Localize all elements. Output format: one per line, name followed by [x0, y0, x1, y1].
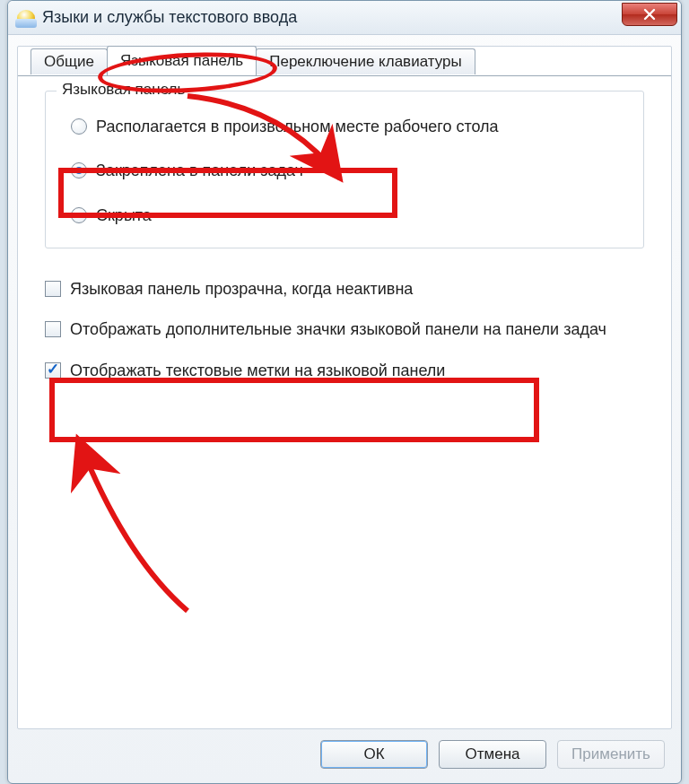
close-icon	[643, 8, 656, 21]
app-icon	[17, 10, 35, 26]
checkbox-extra-icons[interactable]	[45, 321, 61, 337]
tab-general[interactable]: Общие	[31, 48, 108, 74]
checkbox-label: Отображать дополнительные значки языково…	[70, 319, 606, 340]
window-title: Языки и службы текстового ввода	[42, 8, 297, 27]
checkbox-label: Языковая панель прозрачна, когда неактив…	[70, 279, 413, 300]
button-label: ОК	[363, 745, 384, 763]
checkbox-group: Языковая панель прозрачна, когда неактив…	[45, 265, 644, 387]
apply-button: Применить	[557, 740, 665, 769]
button-label: Применить	[571, 745, 650, 763]
dialog-window: Языки и службы текстового ввода Общие Яз…	[7, 0, 682, 784]
titlebar[interactable]: Языки и службы текстового ввода	[8, 1, 681, 35]
tab-label: Переключение клавиатуры	[269, 53, 461, 70]
tab-keyboard-switch[interactable]: Переключение клавиатуры	[256, 48, 475, 74]
radio-float[interactable]	[71, 118, 87, 135]
check-row-extra-icons[interactable]: Отображать дополнительные значки языково…	[45, 314, 644, 345]
checkbox-text-labels[interactable]	[45, 362, 61, 379]
cancel-button[interactable]: Отмена	[439, 740, 546, 769]
ok-button[interactable]: ОК	[320, 740, 428, 769]
annotation-arrow-icon	[179, 89, 358, 196]
button-row: ОК Отмена Применить	[320, 740, 665, 769]
button-label: Отмена	[466, 745, 520, 763]
close-button[interactable]	[622, 3, 677, 26]
annotation-arrow-icon	[62, 422, 241, 620]
tab-label: Общие	[44, 53, 94, 70]
checkbox-transparent[interactable]	[45, 281, 61, 297]
check-row-transparent[interactable]: Языковая панель прозрачна, когда неактив…	[45, 274, 644, 305]
